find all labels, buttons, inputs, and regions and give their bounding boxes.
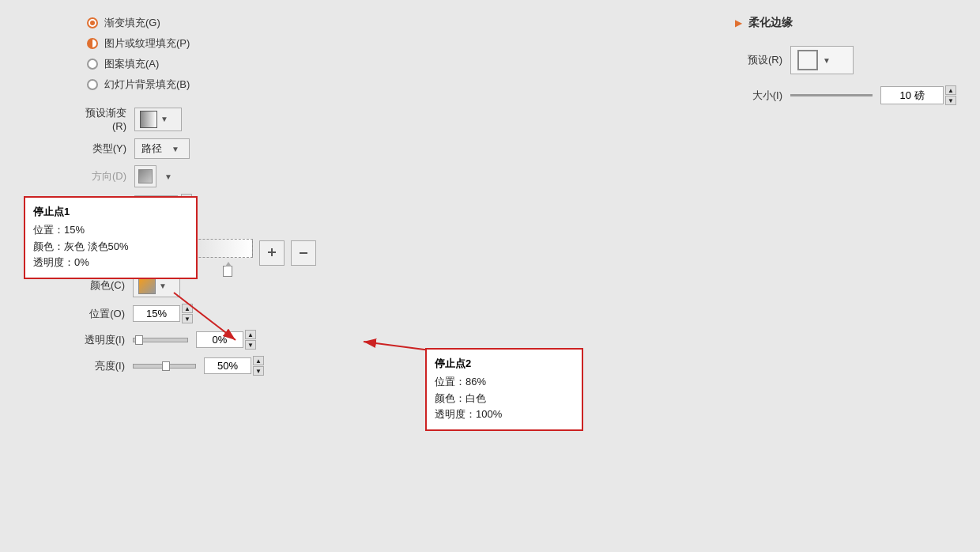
type-dropdown-arrow: ▼	[172, 145, 179, 153]
brightness-input[interactable]	[204, 357, 251, 374]
preset-gradient-label: 预设渐变(R)	[71, 106, 126, 132]
type-label: 类型(Y)	[71, 142, 126, 156]
brightness-input-group: ▲ ▼	[204, 356, 264, 376]
gradient-remove-btn[interactable]	[259, 240, 285, 266]
position-spinner[interactable]: ▲ ▼	[182, 304, 193, 323]
ann2-line3: 透明度：100%	[435, 406, 574, 423]
preset-gradient-preview	[140, 111, 157, 128]
position-input-group: ▲ ▼	[133, 304, 193, 323]
transparency-input[interactable]	[196, 331, 243, 348]
radio-gradient-fill-label: 渐变填充(G)	[104, 16, 160, 30]
ann1-title: 停止点1	[33, 204, 188, 221]
radio-slideshow-fill-circle[interactable]	[87, 79, 98, 90]
size-down-arrow[interactable]: ▼	[945, 96, 956, 105]
ann1-line1: 位置：15%	[33, 222, 188, 239]
transparency-input-group: ▲ ▼	[196, 330, 256, 350]
soften-edges-title: ▶ 柔化边缘	[735, 16, 956, 30]
preset-gradient-row: 预设渐变(R) ▼	[71, 106, 688, 132]
gradient-stop-2[interactable]	[223, 266, 232, 277]
brightness-slider[interactable]	[133, 364, 196, 369]
position-row: 位置(O) ▲ ▼	[71, 304, 688, 323]
annotation-stop1: 停止点1 位置：15% 颜色：灰色 淡色50% 透明度：0%	[24, 196, 198, 279]
transparency-row: 透明度(I) ▲ ▼	[71, 330, 688, 350]
radio-gradient-fill-circle[interactable]	[87, 17, 98, 28]
ann1-line3: 透明度：0%	[33, 255, 188, 271]
transparency-spinner[interactable]: ▲ ▼	[245, 330, 256, 350]
radio-slideshow-fill-label: 幻灯片背景填充(B)	[104, 78, 190, 92]
type-row: 类型(Y) 路径 ▼	[71, 138, 688, 159]
ann2-line1: 位置：86%	[435, 374, 574, 391]
size-input-group: ▲ ▼	[880, 85, 956, 105]
size-input[interactable]	[880, 86, 944, 104]
direction-label: 方向(D)	[71, 169, 126, 183]
direction-preview-square	[138, 169, 153, 183]
brightness-spinner[interactable]: ▲ ▼	[253, 356, 264, 376]
position-input[interactable]	[133, 305, 180, 322]
radio-image-fill-label: 图片或纹理填充(P)	[104, 36, 190, 51]
radio-image-fill-circle[interactable]	[87, 38, 98, 49]
gradient-add-btn[interactable]	[291, 240, 316, 266]
preset-dropdown[interactable]: ▼	[790, 46, 854, 74]
annotation-stop2: 停止点2 位置：86% 颜色：白色 透明度：100%	[425, 348, 583, 431]
preset-gradient-dropdown[interactable]: ▼	[134, 108, 182, 131]
size-label: 大小(I)	[735, 89, 782, 103]
preset-label: 预设(R)	[735, 53, 782, 67]
svg-rect-2	[300, 252, 307, 254]
direction-row: 方向(D) ▼	[71, 165, 688, 187]
radio-slideshow-fill[interactable]: 幻灯片背景填充(B)	[87, 78, 688, 92]
transparency-thumb[interactable]	[135, 335, 143, 345]
preset-dropdown-arrow: ▼	[823, 56, 831, 65]
radio-pattern-fill[interactable]: 图案填充(A)	[87, 57, 688, 71]
color-swatch	[138, 277, 156, 294]
brightness-up-arrow[interactable]: ▲	[253, 356, 264, 365]
position-label: 位置(O)	[71, 307, 125, 321]
transparency-label: 透明度(I)	[71, 333, 125, 347]
brightness-row: 亮度(I) ▲ ▼	[71, 356, 688, 376]
radio-image-fill[interactable]: 图片或纹理填充(P)	[87, 36, 688, 51]
ann2-title: 停止点2	[435, 356, 574, 372]
color-label: 颜色(C)	[71, 278, 125, 293]
preset-row: 预设(R) ▼	[735, 46, 956, 74]
color-dropdown-arrow: ▼	[159, 282, 167, 290]
direction-dropdown-arrow: ▼	[164, 172, 172, 181]
collapse-icon[interactable]: ▶	[735, 17, 742, 28]
type-value: 路径	[141, 142, 162, 156]
transparency-down-arrow[interactable]: ▼	[245, 340, 256, 350]
type-dropdown[interactable]: 路径 ▼	[134, 138, 190, 159]
position-down-arrow[interactable]: ▼	[182, 314, 193, 323]
transparency-slider[interactable]	[133, 338, 188, 342]
preset-preview	[797, 50, 818, 70]
soften-edges-label: 柔化边缘	[748, 16, 793, 30]
size-slider[interactable]	[790, 94, 873, 96]
size-spinner[interactable]: ▲ ▼	[945, 85, 956, 105]
ann2-line2: 颜色：白色	[435, 391, 574, 407]
size-up-arrow[interactable]: ▲	[945, 85, 956, 95]
brightness-thumb[interactable]	[162, 361, 170, 371]
preset-gradient-arrow: ▼	[160, 115, 168, 123]
svg-rect-1	[271, 248, 273, 256]
transparency-up-arrow[interactable]: ▲	[245, 330, 256, 339]
radio-pattern-fill-label: 图案填充(A)	[104, 57, 159, 71]
brightness-down-arrow[interactable]: ▼	[253, 366, 264, 376]
radio-pattern-fill-circle[interactable]	[87, 59, 98, 70]
radio-gradient-fill[interactable]: 渐变填充(G)	[87, 16, 688, 30]
right-panel: ▶ 柔化边缘 预设(R) ▼ 大小(I) ▲ ▼	[703, 16, 956, 536]
position-up-arrow[interactable]: ▲	[182, 304, 193, 313]
brightness-label: 亮度(I)	[71, 359, 125, 373]
fill-type-radio-group: 渐变填充(G) 图片或纹理填充(P) 图案填充(A) 幻灯片背景填充(B)	[87, 16, 688, 92]
ann1-line2: 颜色：灰色 淡色50%	[33, 239, 188, 255]
direction-preview[interactable]	[134, 165, 156, 187]
size-row: 大小(I) ▲ ▼	[735, 85, 956, 105]
